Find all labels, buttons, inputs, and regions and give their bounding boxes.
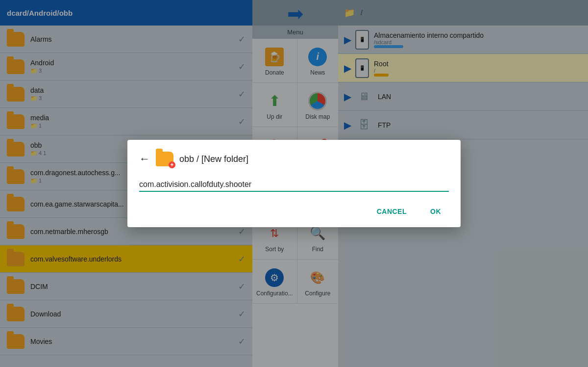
new-folder-dialog: ← + obb / [New folder] CANCEL OK: [127, 140, 461, 227]
ok-button[interactable]: OK: [422, 204, 449, 219]
new-folder-input[interactable]: [139, 178, 449, 192]
dialog-actions: CANCEL OK: [139, 200, 449, 219]
cancel-button[interactable]: CANCEL: [369, 204, 415, 219]
folder-plus-icon: +: [169, 161, 175, 168]
dialog-input-container: [139, 178, 449, 192]
dialog-folder-icon: +: [156, 152, 173, 166]
dialog-title-row: ← + obb / [New folder]: [139, 152, 449, 166]
dialog-back-button[interactable]: ←: [139, 153, 150, 165]
dialog-title-text: obb / [New folder]: [179, 154, 248, 164]
